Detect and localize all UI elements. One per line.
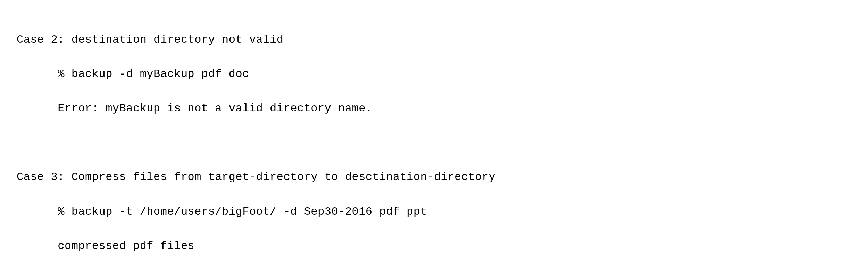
case-2-title: Case 2: destination directory not valid <box>17 31 851 49</box>
case-2-error: Error: myBackup is not a valid directory… <box>17 100 851 117</box>
case-3-command: % backup -t /home/users/bigFoot/ -d Sep3… <box>17 203 851 220</box>
case-3-title: Case 3: Compress files from target-direc… <box>17 168 851 186</box>
case-3-output-1: compressed pdf files <box>17 237 851 255</box>
blank-line-1 <box>17 134 851 151</box>
case-2-block: Case 2: destination directory not valid … <box>17 14 851 260</box>
case-2-command: % backup -d myBackup pdf doc <box>17 66 851 83</box>
